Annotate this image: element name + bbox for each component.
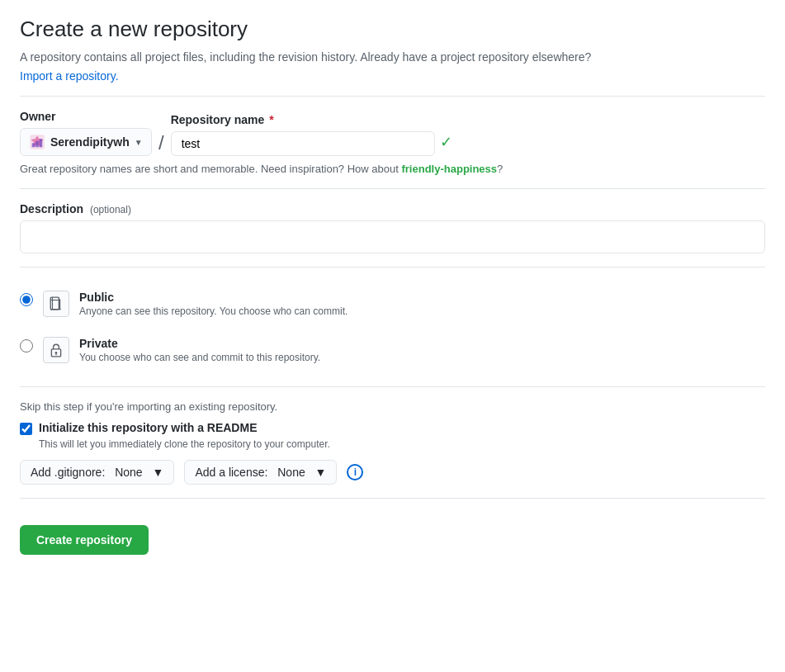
private-desc: You choose who can see and commit to thi… <box>79 352 320 363</box>
readme-checkbox[interactable] <box>20 423 32 435</box>
description-label-text: Description <box>20 202 83 215</box>
extras-row: Add .gitignore: None ▼ Add a license: No… <box>20 460 765 485</box>
public-option[interactable]: Public Anyone can see this repository. Y… <box>20 281 765 327</box>
private-radio[interactable] <box>20 339 33 353</box>
svg-point-10 <box>55 352 58 354</box>
visibility-section: Public Anyone can see this repository. Y… <box>20 281 765 373</box>
license-chevron-icon: ▼ <box>315 466 327 479</box>
import-link[interactable]: Import a repository. <box>20 69 119 83</box>
svg-rect-4 <box>50 297 59 310</box>
page-subtitle: A repository contains all project files,… <box>20 49 765 66</box>
subtitle-text: A repository contains all project files,… <box>20 50 591 64</box>
owner-chevron-icon: ▼ <box>135 138 143 147</box>
name-suggestion: Great repository names are short and mem… <box>20 163 765 175</box>
private-option[interactable]: Private You choose who can see and commi… <box>20 327 765 373</box>
suggested-name-link[interactable]: friendly-happiness <box>401 163 497 175</box>
submit-section: Create repository <box>20 512 765 555</box>
license-dropdown[interactable]: Add a license: None ▼ <box>184 460 337 485</box>
owner-repo-row: Owner Serendipitywh ▼ / Repository name … <box>20 110 765 156</box>
license-value: None <box>277 466 305 479</box>
description-section: Description (optional) <box>20 202 765 253</box>
public-icon <box>43 291 69 317</box>
repo-name-label: Repository name * <box>171 113 452 126</box>
description-input[interactable] <box>20 220 765 253</box>
public-text-group: Public Anyone can see this repository. Y… <box>79 291 348 317</box>
gitignore-value: None <box>115 466 142 479</box>
info-icon[interactable]: i <box>347 464 363 480</box>
private-text-group: Private You choose who can see and commi… <box>79 337 320 363</box>
visibility-divider <box>20 267 765 267</box>
private-label: Private <box>79 337 320 350</box>
svg-rect-2 <box>35 141 39 148</box>
readme-desc: This will let you immediately clone the … <box>39 438 765 450</box>
initialize-divider <box>20 386 765 387</box>
optional-label: (optional) <box>90 204 131 215</box>
submit-divider <box>20 498 765 499</box>
license-label: Add a license: <box>195 466 267 479</box>
repo-name-group: Repository name * ✓ <box>171 113 452 156</box>
skip-text: Skip this step if you're importing an ex… <box>20 400 765 413</box>
required-star: * <box>269 113 273 126</box>
owner-avatar-icon <box>29 134 45 150</box>
initialize-section: Skip this step if you're importing an ex… <box>20 400 765 485</box>
create-repository-button[interactable]: Create repository <box>20 525 149 555</box>
gitignore-label: Add .gitignore: <box>31 466 105 479</box>
description-label: Description (optional) <box>20 202 131 215</box>
owner-group: Owner Serendipitywh ▼ <box>20 110 152 156</box>
slash-separator: / <box>158 133 164 156</box>
public-desc: Anyone can see this repository. You choo… <box>79 305 348 317</box>
repo-name-input[interactable] <box>171 131 435 156</box>
header-divider <box>20 96 765 97</box>
valid-check-icon: ✓ <box>440 133 452 154</box>
public-radio[interactable] <box>20 293 33 306</box>
repo-name-label-text: Repository name <box>171 113 265 126</box>
gitignore-chevron-icon: ▼ <box>153 466 164 479</box>
gitignore-dropdown[interactable]: Add .gitignore: None ▼ <box>20 460 174 485</box>
owner-label: Owner <box>20 110 152 123</box>
svg-rect-3 <box>40 139 43 147</box>
private-icon <box>43 337 69 363</box>
public-label: Public <box>79 291 348 304</box>
owner-dropdown[interactable]: Serendipitywh ▼ <box>20 128 152 156</box>
svg-rect-1 <box>32 143 35 147</box>
description-divider <box>20 188 765 189</box>
suggestion-text: Great repository names are short and mem… <box>20 163 399 175</box>
readme-checkbox-row: Initialize this repository with a README <box>20 421 765 435</box>
suggestion-end: ? <box>497 163 503 175</box>
page-title: Create a new repository <box>20 17 765 42</box>
owner-name: Serendipitywh <box>50 135 130 149</box>
readme-label[interactable]: Initialize this repository with a README <box>39 421 257 434</box>
